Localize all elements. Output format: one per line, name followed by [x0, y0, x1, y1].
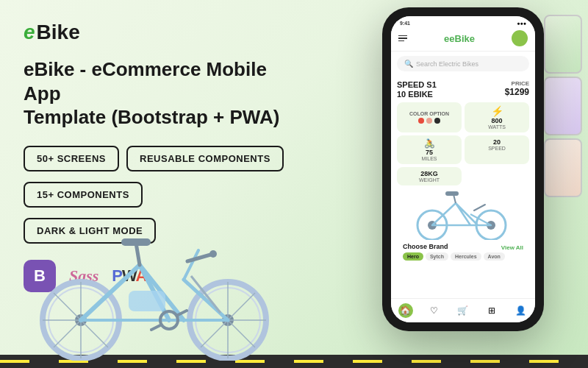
- svg-rect-29: [445, 191, 459, 196]
- view-all-link[interactable]: View All: [501, 244, 523, 251]
- brand-hercules[interactable]: Hercules: [451, 252, 481, 261]
- bike-illustration: [22, 206, 287, 361]
- nav-cart[interactable]: 🛒: [456, 303, 470, 318]
- miles-icon: 🚴: [401, 138, 457, 149]
- badge-reusable: REUSABLE COMPONENTS: [126, 146, 284, 171]
- brand-hero[interactable]: Hero: [403, 252, 423, 261]
- lightning-icon: ⚡: [469, 105, 525, 117]
- logo-e: e: [24, 21, 35, 44]
- specs-grid: COLOR OPTION ⚡ 800 WATTS: [397, 102, 529, 185]
- color-dots: [418, 118, 440, 124]
- nav-heart[interactable]: ♡: [427, 303, 442, 318]
- phone-app-header: eeBike: [391, 27, 535, 52]
- nav-home[interactable]: 🏠: [398, 303, 413, 318]
- product-area: SPEED S1 10 EBIKE PRICE $1299 COLOR OPTI…: [391, 76, 535, 298]
- color-red[interactable]: [418, 118, 424, 124]
- phone-mockup: 9:41 ●●● eeBike: [360, 7, 566, 361]
- phone-frame: 9:41 ●●● eeBike: [382, 7, 544, 331]
- phone-bottom-nav: 🏠 ♡ 🛒 ⊞ 👤: [391, 298, 535, 322]
- color-dark[interactable]: [434, 118, 440, 124]
- badge-screens: 50+ SCREENS: [24, 146, 119, 171]
- logo: e Bike: [24, 21, 285, 44]
- spec-miles: 🚴 75 MILES: [397, 135, 462, 164]
- content-wrapper: e Bike eBike - eCommerce Mobile App Temp…: [0, 0, 588, 368]
- color-option-card: COLOR OPTION: [397, 102, 462, 132]
- svg-line-16: [136, 243, 140, 265]
- brand-chips: Hero Sytch Hercules Avon: [403, 252, 523, 261]
- svg-rect-21: [129, 291, 165, 311]
- phone-search-bar[interactable]: 🔍 Search Electric Bikes: [397, 56, 529, 71]
- status-icons: ●●●: [517, 21, 526, 26]
- svg-line-14: [187, 254, 213, 261]
- svg-rect-17: [121, 238, 151, 246]
- product-price: PRICE $1299: [505, 80, 529, 97]
- brand-section: Choose Brand View All Hero Sytch Hercule…: [397, 240, 529, 263]
- spec-weight: 28KG WEIGHT: [397, 167, 462, 185]
- product-header: SPEED S1 10 EBIKE PRICE $1299: [397, 80, 529, 99]
- nav-grid[interactable]: ⊞: [484, 303, 499, 318]
- time: 9:41: [400, 21, 410, 26]
- phone-status-bar: 9:41 ●●●: [391, 16, 535, 27]
- spec-speed: 20 SPEED: [465, 135, 529, 164]
- color-pink[interactable]: [426, 118, 432, 124]
- spec-watts: ⚡ 800 WATTS: [465, 102, 529, 132]
- badges-row-1: 50+ SCREENS REUSABLE COMPONENTS: [24, 146, 285, 171]
- brand-sytch[interactable]: Sytch: [426, 252, 448, 261]
- nav-user[interactable]: 👤: [513, 303, 528, 318]
- search-icon: 🔍: [404, 60, 413, 68]
- svg-line-19: [151, 325, 160, 330]
- phone-logo: eeBike: [444, 33, 475, 44]
- app-title: eBike - eCommerce Mobile App Template (B…: [24, 57, 285, 130]
- phone-bike-image: [397, 188, 529, 240]
- user-avatar: [512, 30, 528, 46]
- phone-screen: 9:41 ●●● eeBike: [391, 16, 535, 322]
- brand-avon[interactable]: Avon: [484, 252, 505, 261]
- hamburger-icon[interactable]: [398, 35, 407, 42]
- logo-bike: Bike: [37, 21, 80, 44]
- svg-point-15: [209, 250, 217, 258]
- badges-row-2: 15+ COMPONENTS: [24, 182, 285, 208]
- header-menu: [398, 35, 407, 42]
- product-name: SPEED S1 10 EBIKE: [397, 80, 437, 99]
- badge-components: 15+ COMPONENTS: [24, 182, 143, 208]
- svg-line-27: [474, 205, 485, 210]
